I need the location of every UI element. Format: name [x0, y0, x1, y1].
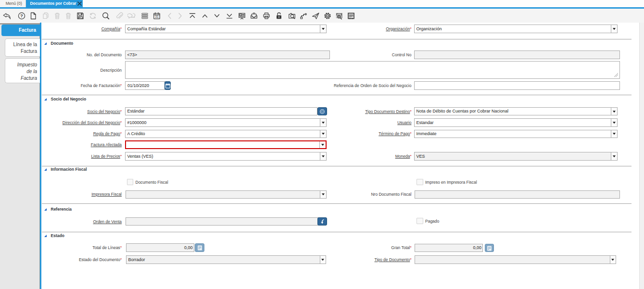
svg-text:31: 31	[155, 15, 159, 18]
svg-text:?: ?	[20, 13, 23, 18]
